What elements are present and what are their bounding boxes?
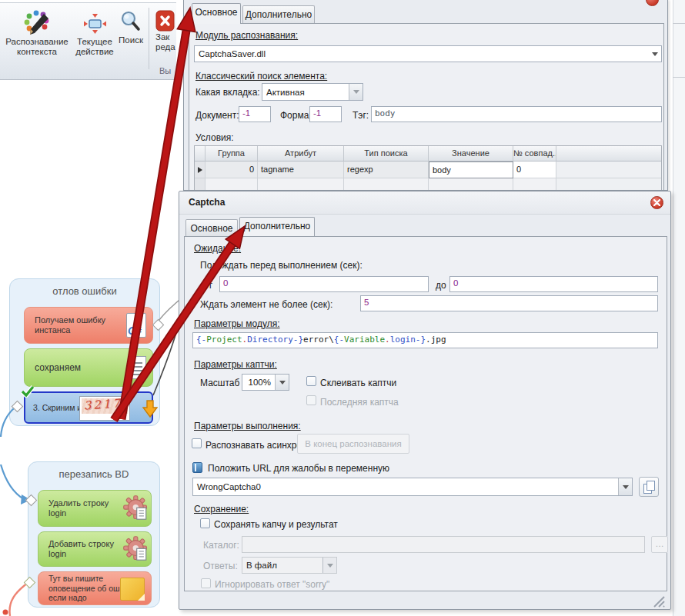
copy-icon [643,481,655,493]
chevron-down-icon [648,46,661,62]
macro-part: login [390,335,416,345]
tag-input[interactable]: body [371,106,662,122]
ribbon-toolbar: Распознавание контекста Текущее действие… [0,2,176,80]
copy-button[interactable] [639,477,659,497]
captcha-preview: 3217 [79,396,130,421]
async-checkbox[interactable] [192,438,202,448]
sticky-note-icon [120,578,145,601]
last-captcha-checkbox [306,395,316,405]
flow-block-get-instance-error[interactable]: Получаем ошибку инстанса C# [24,307,153,344]
flow-block-label: сохраняем [25,363,128,373]
table-row[interactable]: 0 tagname regexp body 0 [195,161,661,178]
tab-main[interactable]: Основное [192,3,241,24]
column-header[interactable]: Группа [206,146,258,161]
row-selector-header[interactable] [195,146,206,161]
column-header[interactable]: Значение [429,146,513,161]
flow-block-delete-login-row[interactable]: Удалить строку login [38,490,152,527]
captcha-params-section-label: Параметры каптчи: [194,359,277,370]
macro-part: -} [293,335,303,345]
which-tab-label: Какая вкладка: [195,87,260,98]
tab-content: Ожидание: Подождать перед выполнением (с… [184,236,667,591]
dialog-title: Captcha [189,197,225,208]
wait-from-input[interactable]: 0 [219,276,429,292]
answers-label: Ответы: [203,561,238,571]
catalog-label: Каталог: [203,540,239,551]
document-label: Документ: [195,110,239,121]
module-params-input[interactable]: {-Project.Directory-}error\{-Variable.lo… [192,332,658,348]
scale-select[interactable]: 100% [242,374,289,391]
close-button[interactable] [650,196,663,209]
flow-block-label: Добавить строку login [38,539,123,559]
document-lines [132,362,142,375]
table-cell-search-type[interactable]: regexp [344,161,429,178]
flow-group-error-catching[interactable]: отлов ошибки Получаем ошибку инстанса C#… [9,278,160,426]
close-editor-button[interactable]: Зак реда [154,9,176,52]
glue-captcha-checkbox[interactable] [306,376,316,386]
recognition-module-combo[interactable]: CaptchaSaver.dll [194,45,662,62]
row-selector[interactable] [195,161,206,178]
captcha-preview-ink: 3217 [82,398,128,414]
url-variable-combo[interactable]: WrongCaptcha0 [192,478,633,496]
document-input[interactable]: -1 [239,106,271,122]
tab-main[interactable]: Основное [185,219,238,236]
ribbon-group-label: Вы [159,66,171,75]
column-header[interactable]: Атрибут [258,146,344,161]
table-cell-value[interactable]: body [429,161,513,178]
tab-additional[interactable]: Дополнительно [239,217,315,236]
search-icon [119,9,142,35]
wait-to-input[interactable]: 0 [449,276,658,292]
chevron-down-icon [618,478,632,495]
table-cell-group[interactable]: 0 [206,161,258,178]
ignore-sorry-checkbox [201,578,211,588]
form-input[interactable]: -1 [309,106,342,122]
from-label: от [203,280,212,291]
glue-captcha-label: Склеивать каптчи [320,378,396,388]
module-section-label: Модуль распознавания: [195,30,298,41]
captcha-dialog: Captcha Основное Дополнительно Ожидание:… [179,191,671,610]
tab-additional[interactable]: Дополнительно [242,5,315,24]
macro-part: error\ [303,335,334,345]
table-cell-filler [556,161,661,178]
tab-content: Модуль распознавания: CaptchaSaver.dll К… [189,23,664,191]
flow-block-screenshot-instance[interactable]: 3. Скриним инстанс 3217 [24,391,153,424]
browse-button: … [651,536,668,553]
column-header-filler [556,146,661,161]
save-result-label: Сохранять капчу и результат [214,519,338,530]
app-canvas: Распознавание контекста Текущее действие… [0,0,685,616]
table-header-row: Группа Атрибут Тип поиска Значение № сов… [195,146,661,161]
close-button[interactable] [646,0,659,6]
macro-part: {- [196,335,206,345]
catalog-input [242,536,645,553]
macro-part: Project [206,335,242,345]
conditions-table: Группа Атрибут Тип поиска Значение № сов… [194,145,662,191]
flow-block-save[interactable]: сохраняем [24,348,153,387]
macro-part: . [385,335,390,345]
column-header[interactable]: Тип поиска [344,146,429,161]
current-action-button[interactable]: Текущее действие [72,9,117,57]
flow-block-add-login-row[interactable]: Добавить строку login [38,531,152,567]
context-recognition-button[interactable]: Распознавание контекста [3,9,71,57]
wait-element-input[interactable]: 5 [360,295,658,311]
divider [673,77,685,78]
module-params-section-label: Параметры модуля: [194,318,280,329]
flow-group-db-rewrite[interactable]: перезапись BD Удалить строку login До [28,461,160,608]
dialog-titlebar[interactable]: Captcha [179,191,670,215]
document-icon [128,356,146,379]
macro-part: -} [416,335,426,345]
macro-part: .jpg [426,335,446,345]
flow-block-error-notification-note[interactable]: Тут вы пишите оповещение об ошибке, если… [38,571,152,605]
to-end-button: В конец распознавания [297,434,409,454]
save-result-checkbox[interactable] [200,518,210,528]
table-cell-match-number[interactable]: 0 [513,161,556,178]
flow-block-label: Получаем ошибку инстанса [25,315,126,335]
flow-group-title: перезапись BD [28,462,159,480]
column-header[interactable]: № совпад... [513,146,556,161]
resize-grip[interactable] [652,594,666,608]
context-recognition-icon [23,9,51,37]
which-tab-select[interactable]: Активная [262,83,363,101]
saving-section-label: Сохранение: [194,504,249,514]
search-button[interactable]: Поиск [115,9,146,45]
form-label: Форма: [280,110,312,121]
table-cell-attribute[interactable]: tagname [258,161,344,178]
close-editor-icon [155,9,175,32]
